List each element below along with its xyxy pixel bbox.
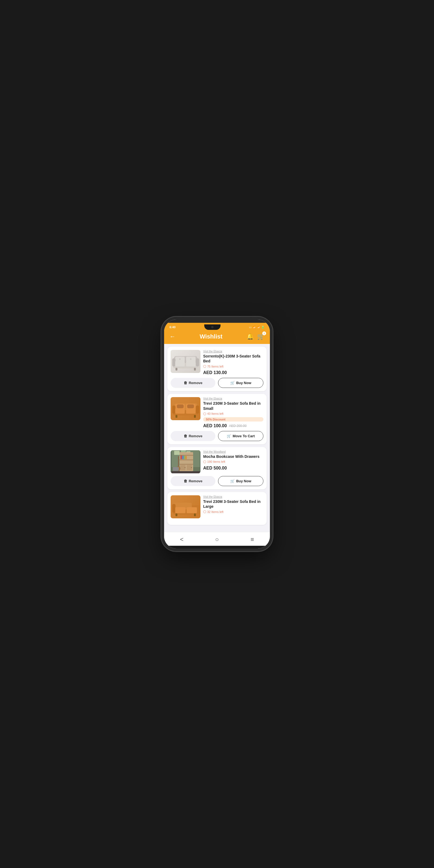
hex-icon-4: ⬡	[203, 510, 206, 514]
nav-home-button[interactable]: ○	[210, 535, 224, 544]
card-info-1: Visit the Ebarza Sorrento(K)-230M 3-Seat…	[203, 350, 264, 375]
price-row-2: AED 100.00 AED 200.00	[203, 424, 264, 428]
page-title: Wishlist	[199, 333, 222, 340]
discount-badge-2: 50% Discount	[203, 417, 264, 422]
svg-rect-38	[182, 456, 184, 459]
svg-rect-39	[184, 456, 185, 459]
nav-home-icon: ○	[215, 536, 219, 543]
sofa1-svg	[172, 351, 200, 372]
items-left-4: ⬡ 32 Items left	[203, 510, 264, 514]
wishlist-card-2: Visit the Ebarza Trevi 230M 3-Seater Sof…	[167, 394, 267, 444]
cart-icon-2: 🛒	[227, 434, 231, 438]
product-image-4	[170, 495, 200, 518]
price-row-1: AED 130.00	[203, 370, 264, 375]
action-button-1[interactable]: 🛒 Buy Now	[218, 378, 264, 388]
header-icons: 🔔 🛒 1	[247, 333, 265, 340]
items-left-1: ⬡ 75 Items left	[203, 364, 264, 368]
product-name-4: Trevi 230M 3-Seater Sofa Bed in Large	[203, 499, 264, 509]
product-name-3: Mocha Bookcase With Drawers	[203, 454, 264, 459]
svg-point-11	[190, 358, 191, 360]
items-left-text-2: 43 Items left	[207, 412, 223, 415]
hex-icon-2: ⬡	[203, 412, 206, 416]
product-image-3	[170, 450, 200, 473]
svg-rect-5	[196, 358, 199, 367]
svg-rect-32	[180, 464, 193, 465]
phone-bottom-bar	[164, 546, 270, 549]
sofa4-svg	[172, 496, 200, 518]
items-left-text-3: 190 Items left	[207, 460, 225, 463]
store-label-1: Visit the Ebarza	[203, 350, 264, 353]
status-icons: ▭ 📶 📶 🔋	[249, 326, 265, 329]
store-label-2: Visit the Ebarza	[203, 397, 264, 400]
nav-menu-icon: ≡	[251, 536, 254, 543]
card-actions-1: 🗑 Remove 🛒 Buy Now	[170, 378, 264, 388]
remove-label-2: Remove	[189, 434, 203, 438]
product-name-1: Sorrento(K)-230M 3-Seater Sofa Bed	[203, 354, 264, 364]
svg-rect-50	[176, 514, 177, 516]
svg-rect-35	[184, 467, 186, 468]
action-label-1: Buy Now	[236, 381, 251, 385]
svg-rect-9	[194, 368, 196, 371]
action-label-3: Buy Now	[236, 479, 251, 483]
items-left-text-4: 32 Items left	[207, 510, 223, 514]
card-top-4: Visit the Ebarza Trevi 230M 3-Seater Sof…	[170, 495, 264, 518]
card-info-4: Visit the Ebarza Trevi 230M 3-Seater Sof…	[203, 495, 264, 518]
svg-rect-26	[174, 451, 180, 455]
svg-rect-44	[173, 467, 179, 471]
hex-icon-1: ⬡	[203, 364, 206, 368]
svg-rect-49	[187, 507, 197, 513]
nav-menu-button[interactable]: ≡	[245, 535, 259, 544]
svg-rect-20	[176, 415, 177, 418]
svg-rect-37	[180, 456, 182, 459]
svg-rect-36	[191, 467, 192, 468]
items-left-3: ⬡ 190 Items left	[203, 460, 264, 464]
hex-icon-3: ⬡	[203, 460, 206, 464]
bottom-nav: < ○ ≡	[164, 532, 270, 546]
phone-top-bar	[164, 319, 270, 323]
cart-icon-3: 🛒	[230, 479, 235, 483]
cart-icon-1: 🛒	[230, 381, 235, 385]
cart-badge: 1	[262, 332, 266, 335]
action-button-3[interactable]: 🛒 Buy Now	[218, 476, 264, 486]
product-name-2: Trevi 230M 3-Seater Sofa Bed in Small	[203, 401, 264, 411]
wishlist-card-3: Visit the Woodland Mocha Bookcase With D…	[167, 447, 267, 489]
notifications-button[interactable]: 🔔	[247, 333, 254, 340]
card-top-3: Visit the Woodland Mocha Bookcase With D…	[170, 450, 264, 473]
svg-rect-48	[175, 507, 186, 513]
price-row-3: AED 500.00	[203, 466, 264, 471]
svg-rect-6	[175, 361, 185, 367]
cart-button[interactable]: 🛒 1	[257, 333, 265, 340]
nav-back-button[interactable]: <	[175, 535, 189, 544]
back-button[interactable]: ←	[169, 333, 176, 340]
price-2: AED 100.00	[203, 424, 227, 428]
card-info-2: Visit the Ebarza Trevi 230M 3-Seater Sof…	[203, 397, 264, 428]
svg-point-10	[179, 358, 181, 360]
wishlist-content: Visit the Ebarza Sorrento(K)-230M 3-Seat…	[164, 344, 270, 532]
remove-label-1: Remove	[189, 381, 203, 385]
trash-icon-1: 🗑	[184, 381, 187, 385]
remove-button-2[interactable]: 🗑 Remove	[170, 431, 215, 441]
items-left-text-1: 75 Items left	[207, 365, 223, 368]
store-label-4: Visit the Ebarza	[203, 495, 264, 498]
bookcase-svg	[172, 450, 200, 473]
store-label-3: Visit the Woodland	[203, 450, 264, 453]
product-image-2	[170, 397, 200, 420]
remove-button-3[interactable]: 🗑 Remove	[170, 476, 215, 486]
wishlist-card-1: Visit the Ebarza Sorrento(K)-230M 3-Seat…	[167, 347, 267, 391]
svg-rect-21	[194, 415, 196, 418]
svg-rect-19	[186, 408, 195, 414]
svg-rect-41	[172, 471, 200, 473]
svg-rect-16	[172, 405, 176, 414]
app-header: ← Wishlist 🔔 🛒 1	[164, 330, 270, 344]
action-label-2: Move To Cart	[233, 434, 255, 438]
remove-button-1[interactable]: 🗑 Remove	[170, 378, 215, 388]
action-button-2[interactable]: 🛒 Move To Cart	[218, 431, 264, 441]
notch	[204, 324, 220, 330]
remove-label-3: Remove	[189, 479, 203, 483]
card-top-2: Visit the Ebarza Trevi 230M 3-Seater Sof…	[170, 397, 264, 428]
signal1-icon: 📶	[252, 326, 256, 329]
trash-icon-2: 🗑	[184, 434, 187, 438]
svg-rect-23	[187, 404, 194, 408]
svg-rect-31	[180, 460, 193, 460]
product-image-1	[170, 350, 200, 373]
